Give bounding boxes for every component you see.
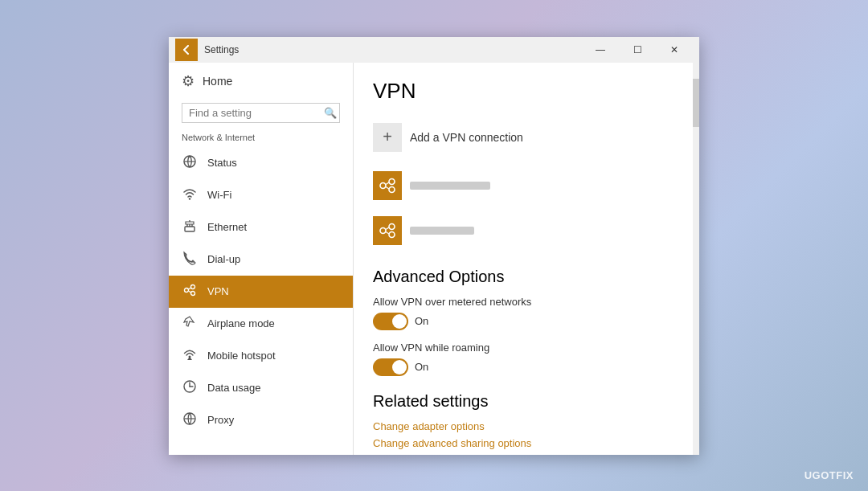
sidebar-item-dialup[interactable]: Dial-up <box>169 243 353 276</box>
settings-window: Settings — ☐ ✕ ⚙ Home 🔍 Network & Intern… <box>169 37 699 455</box>
related-settings-title: Related settings <box>373 392 674 411</box>
back-button[interactable] <box>175 39 198 61</box>
advanced-options-title: Advanced Options <box>373 268 674 286</box>
vpn-connection-1-icon <box>373 171 402 200</box>
toggle-metered-wrapper: On <box>373 313 674 330</box>
sidebar-item-ethernet[interactable]: Ethernet <box>169 211 353 243</box>
toggle-metered-label: Allow VPN over metered networks <box>373 296 674 308</box>
svg-point-8 <box>185 288 189 292</box>
search-icon: 🔍 <box>324 107 337 119</box>
content-area: VPN + Add a VPN connection <box>354 63 693 455</box>
datausage-icon <box>182 379 198 397</box>
sidebar-item-datausage-label: Data usage <box>207 382 261 394</box>
sidebar-item-status-label: Status <box>207 157 237 169</box>
vpn-icon <box>182 283 198 301</box>
change-adapter-link[interactable]: Change adapter options <box>373 420 674 432</box>
sidebar-item-hotspot-label: Mobile hotspot <box>207 350 276 362</box>
wifi-icon <box>182 186 198 204</box>
toggle-metered-row: Allow VPN over metered networks On <box>373 296 674 330</box>
status-icon <box>182 154 198 172</box>
watermark: UGOTFIX <box>805 469 854 481</box>
sidebar-item-wifi-label: Wi-Fi <box>207 189 231 201</box>
sidebar-item-home[interactable]: ⚙ Home <box>169 63 353 100</box>
home-icon: ⚙ <box>182 72 194 90</box>
sidebar-item-dialup-label: Dial-up <box>207 253 240 265</box>
svg-rect-3 <box>185 227 194 231</box>
hotspot-icon <box>182 347 198 365</box>
airplane-icon <box>182 315 198 333</box>
svg-point-19 <box>380 182 386 188</box>
svg-line-23 <box>386 186 389 189</box>
svg-line-22 <box>386 182 389 185</box>
title-bar: Settings — ☐ ✕ <box>169 37 699 63</box>
svg-point-21 <box>389 186 395 192</box>
svg-point-13 <box>189 355 191 358</box>
sidebar-item-proxy-label: Proxy <box>207 414 234 426</box>
svg-point-24 <box>380 227 386 233</box>
add-vpn-button[interactable]: + Add a VPN connection <box>373 117 674 158</box>
toggle-roaming-label: Allow VPN while roaming <box>373 342 674 354</box>
toggle-roaming-knob <box>392 360 407 374</box>
svg-point-2 <box>189 198 190 199</box>
window-title: Settings <box>204 44 582 55</box>
maximize-button[interactable]: ☐ <box>619 37 656 63</box>
change-sharing-link[interactable]: Change advanced sharing options <box>373 437 674 449</box>
toggle-roaming[interactable] <box>373 358 408 376</box>
search-input[interactable] <box>189 107 324 119</box>
vpn-connection-1-name <box>410 182 490 190</box>
page-title: VPN <box>373 79 674 104</box>
sidebar-item-vpn[interactable]: VPN <box>169 276 353 308</box>
sidebar-item-vpn-label: VPN <box>207 285 229 297</box>
search-box[interactable]: 🔍 <box>182 103 340 123</box>
svg-point-20 <box>389 178 395 184</box>
svg-line-28 <box>386 231 389 234</box>
svg-point-10 <box>191 291 195 295</box>
toggle-metered-state: On <box>415 315 428 327</box>
sidebar: ⚙ Home 🔍 Network & Internet Status <box>169 63 354 455</box>
add-vpn-label: Add a VPN connection <box>410 131 523 144</box>
svg-point-9 <box>191 284 195 288</box>
vpn-connection-2-icon <box>373 216 402 245</box>
sidebar-item-datausage[interactable]: Data usage <box>169 372 353 404</box>
scrollbar-thumb <box>693 79 699 127</box>
minimize-button[interactable]: — <box>582 37 619 63</box>
add-vpn-icon: + <box>373 123 402 152</box>
svg-line-27 <box>386 227 389 230</box>
window-controls: — ☐ ✕ <box>582 37 693 63</box>
sidebar-item-airplane[interactable]: Airplane mode <box>169 308 353 340</box>
svg-point-25 <box>389 223 395 229</box>
toggle-roaming-wrapper: On <box>373 358 674 376</box>
vpn-connection-2[interactable] <box>373 210 674 252</box>
dialup-icon <box>182 251 198 268</box>
sidebar-item-hotspot[interactable]: Mobile hotspot <box>169 340 353 372</box>
close-button[interactable]: ✕ <box>656 37 693 63</box>
ethernet-icon <box>182 219 198 236</box>
svg-point-26 <box>389 231 395 237</box>
sidebar-item-wifi[interactable]: Wi-Fi <box>169 179 353 211</box>
svg-line-11 <box>189 288 191 289</box>
toggle-metered[interactable] <box>373 313 408 330</box>
sidebar-item-airplane-label: Airplane mode <box>207 317 275 329</box>
home-label: Home <box>203 75 232 88</box>
sidebar-item-ethernet-label: Ethernet <box>207 221 247 233</box>
scrollbar[interactable] <box>693 63 699 455</box>
section-label: Network & Internet <box>169 129 353 147</box>
toggle-roaming-row: Allow VPN while roaming On <box>373 342 674 376</box>
window-body: ⚙ Home 🔍 Network & Internet Status <box>169 63 699 455</box>
toggle-roaming-state: On <box>415 361 428 373</box>
vpn-connection-2-name <box>410 227 474 235</box>
sidebar-item-status[interactable]: Status <box>169 147 353 179</box>
toggle-metered-knob <box>392 314 407 329</box>
vpn-connection-1[interactable] <box>373 165 674 207</box>
svg-line-12 <box>189 291 191 293</box>
proxy-icon <box>182 411 198 429</box>
sidebar-item-proxy[interactable]: Proxy <box>169 404 353 436</box>
